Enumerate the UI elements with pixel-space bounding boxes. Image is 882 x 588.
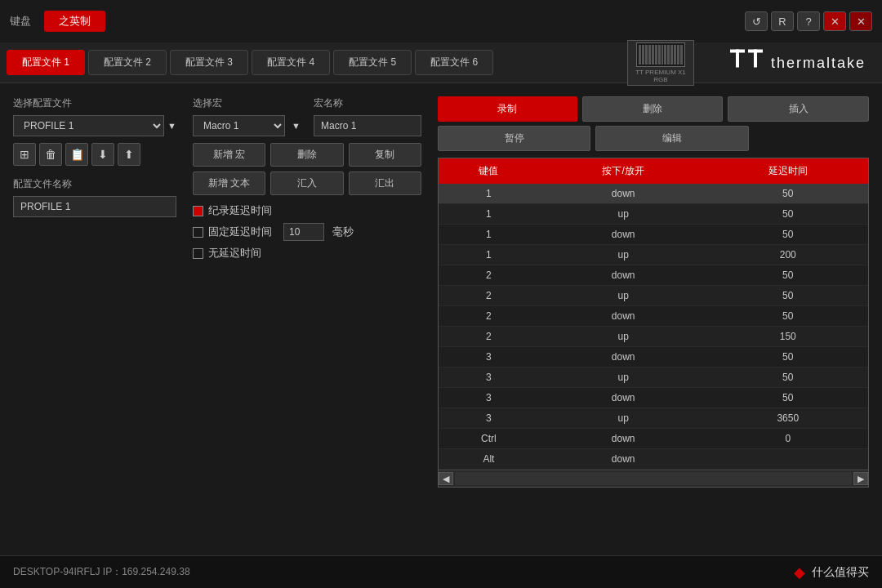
brand-area: thermaltake [730,47,866,78]
middle-panel: 选择宏 Macro 1 ▼ 宏名称 新增 宏 删除 复制 新增 文本 汇入 汇出 [193,96,421,547]
cell-delay [708,449,868,470]
cell-key: 3 [439,368,539,388]
action-btns-row-1: 录制 删除 插入 [438,96,869,122]
record-delay-row: 纪录延迟时间 [193,203,421,218]
delete-profile-btn[interactable]: 🗑 [39,143,62,166]
tab-profile-4[interactable]: 配置文件 4 [252,50,330,75]
record-btn[interactable]: 录制 [438,96,577,122]
cell-action: up [539,327,708,347]
refresh-btn[interactable]: ↺ [745,11,768,31]
cell-action: up [539,245,708,265]
cell-key: Ctrl [439,429,539,449]
tab-profile-6[interactable]: 配置文件 6 [415,50,493,75]
table-row[interactable]: 3 up 3650 [439,408,868,429]
bottom-brand-label: 什么值得买 [812,565,869,580]
cell-action: down [539,265,708,286]
profile-select-label: 选择配置文件 [13,96,176,110]
tab-profile-1[interactable]: 配置文件 1 [7,50,85,75]
cell-delay: 50 [708,286,868,306]
cell-delay: 200 [708,245,868,265]
help-btn[interactable]: ? [797,11,820,31]
profile-dropdown[interactable]: PROFILE 1 [13,115,164,136]
horizontal-scrollbar[interactable]: ◀ ▶ [439,470,868,487]
action-btns-row-2: 暂停 编辑 [438,126,869,151]
macro-table: 键值 按下/放开 延迟时间 1 down 50 1 up 50 1 down 5… [439,158,868,470]
table-row[interactable]: 2 up 150 [439,327,868,347]
close-btn[interactable]: ✕ [849,11,872,31]
macro-name-input[interactable] [314,115,421,136]
scroll-right-btn[interactable]: ▶ [853,472,868,485]
record-delay-checkbox[interactable] [193,206,203,216]
keyboard-thumbnail: TT PREMIUM X1RGB [627,40,694,86]
bottom-brand: ◆ 什么值得买 [794,564,869,581]
copy-profile-btn[interactable]: 📋 [65,143,88,166]
tab-profile-5[interactable]: 配置文件 5 [333,50,412,75]
tab-profile-3[interactable]: 配置文件 3 [170,50,248,75]
keyboard-model-label: TT PREMIUM X1RGB [635,69,686,83]
table-row[interactable]: Ctrl down 0 [439,429,868,449]
delete-macro-btn[interactable]: 删除 [270,143,343,167]
table-row[interactable]: 1 up 200 [439,245,868,265]
cell-delay: 50 [708,368,868,388]
cell-action: down [539,347,708,368]
edit-btn[interactable]: 编辑 [595,126,748,151]
tt-logo-icon [730,47,763,78]
delete-entry-btn[interactable]: 删除 [582,96,724,122]
macro-select-col: 选择宏 Macro 1 ▼ [193,96,301,136]
cell-delay: 0 [708,429,868,449]
export-profile-btn[interactable]: ⬆ [118,143,140,166]
macro-btn-row-1: 新增 宏 删除 复制 [193,143,421,167]
fixed-delay-checkbox[interactable] [193,227,203,238]
cell-delay: 50 [708,347,868,368]
scroll-left-btn[interactable]: ◀ [439,472,453,485]
cell-key: 1 [439,225,539,245]
new-profile-btn[interactable]: ⊞ [13,143,36,166]
fixed-delay-row: 固定延迟时间 毫秒 [193,223,421,241]
table-row[interactable]: Alt down [439,449,868,470]
pause-btn[interactable]: 暂停 [438,126,590,151]
mode-button[interactable]: 之英制 [44,11,105,32]
add-text-btn[interactable]: 新增 文本 [193,172,265,195]
svg-rect-3 [754,49,757,67]
brand-name: thermaltake [771,54,866,71]
import-profile-btn[interactable]: ⬇ [91,143,114,166]
brand-icon: ◆ [794,564,805,581]
table-row[interactable]: 2 down 50 [439,265,868,286]
table-row[interactable]: 3 down 50 [439,388,868,408]
macro-table-wrapper: 键值 按下/放开 延迟时间 1 down 50 1 up 50 1 down 5… [438,158,869,488]
col-action: 按下/放开 [539,158,708,184]
copy-macro-btn[interactable]: 复制 [349,143,421,167]
cell-delay: 150 [708,327,868,347]
tab-profile-2[interactable]: 配置文件 2 [88,50,167,75]
table-row[interactable]: 1 up 50 [439,204,868,225]
no-delay-row: 无延迟时间 [193,246,421,261]
export-btn[interactable]: 汇出 [349,172,421,195]
profile-action-btns: ⊞ 🗑 📋 ⬇ ⬆ [13,143,176,166]
table-row[interactable]: 1 down 50 [439,184,868,204]
macro-dropdown[interactable]: Macro 1 [193,115,285,136]
file-name-input[interactable] [13,196,176,217]
cell-delay: 3650 [708,408,868,429]
delay-value-input[interactable] [283,223,324,241]
cell-delay: 50 [708,265,868,286]
cell-key: 2 [439,286,539,306]
insert-btn[interactable]: 插入 [728,96,869,122]
scroll-track[interactable] [455,472,852,485]
profile-tabs: 配置文件 1 配置文件 2 配置文件 3 配置文件 4 配置文件 5 配置文件 … [0,50,500,75]
cell-key: 1 [439,245,539,265]
macro-name-label: 宏名称 [314,96,421,110]
table-row[interactable]: 3 down 50 [439,347,868,368]
minimize-btn[interactable]: ✕ [823,11,846,31]
reset-btn[interactable]: R [771,11,794,31]
no-delay-checkbox[interactable] [193,248,203,259]
add-macro-btn[interactable]: 新增 宏 [193,143,265,167]
macro-select-label: 选择宏 [193,96,301,110]
table-row[interactable]: 2 up 50 [439,286,868,306]
import-btn[interactable]: 汇入 [270,172,343,195]
table-row[interactable]: 2 down 50 [439,306,868,327]
table-row[interactable]: 3 up 50 [439,368,868,388]
svg-rect-1 [736,49,739,67]
table-row[interactable]: 1 down 50 [439,225,868,245]
cell-delay: 50 [708,306,868,327]
cell-key: 3 [439,388,539,408]
